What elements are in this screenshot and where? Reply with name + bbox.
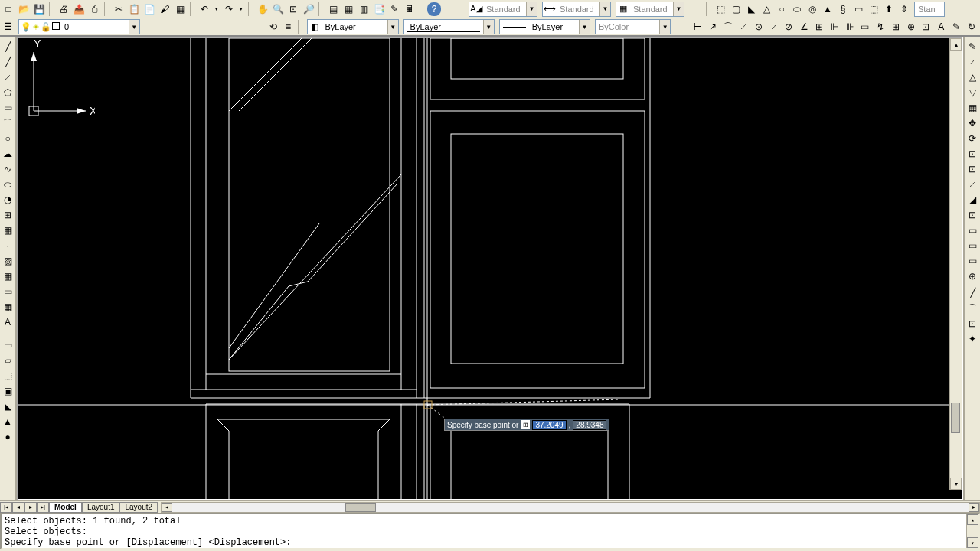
point-icon[interactable]: · [1,239,15,253]
help-icon[interactable]: ? [427,2,441,16]
array-icon[interactable]: ▦ [965,101,979,115]
join-icon[interactable]: ▭ [965,223,979,237]
rotate-icon[interactable]: ⟳ [965,132,979,145]
line-ref-icon[interactable]: ╱ [965,286,979,300]
dim-aligned-icon[interactable]: ↗ [706,20,720,34]
revcloud-icon[interactable]: ☁ [1,147,15,161]
planar-icon[interactable]: ⬚ [867,2,880,16]
cmd-scroll-up-icon[interactable]: ▴ [967,514,978,525]
chevron-down-icon[interactable]: ▼ [483,20,494,34]
print-icon[interactable]: 🖨 [57,2,70,16]
layer-props-icon[interactable]: ☰ [2,20,15,34]
insert-icon[interactable]: ⊞ [1,208,15,222]
chamfer-icon[interactable]: ▭ [965,239,979,253]
3dface-icon[interactable]: ▱ [1,354,15,367]
cylinder-icon[interactable]: ⬭ [790,2,804,16]
presspull-icon[interactable]: ⇕ [897,2,911,16]
textstyle-dropdown[interactable]: A◢ Standard ▼ [469,2,537,17]
dim-quick-icon[interactable]: ⊞ [812,20,826,34]
dim-angular-icon[interactable]: ∠ [797,20,811,34]
new-icon[interactable]: □ [2,2,15,16]
vertical-scrollbar[interactable]: ▴ ▾ [949,38,962,490]
layer-dropdown[interactable]: 💡 ☀ 🔓 0 ▼ [18,19,140,34]
dim-continue-icon[interactable]: ⊪ [843,20,857,34]
displacement-icon[interactable]: ⊞ [521,420,530,429]
stretch-icon[interactable]: ⊡ [965,162,979,176]
line-icon[interactable]: ╱ [1,40,15,54]
dim-ordinate-icon[interactable]: ⟋ [737,20,750,34]
trim-icon[interactable]: ⟋ [965,178,979,191]
box3d-icon[interactable]: ⬚ [1,369,15,383]
redo-dropdown-icon[interactable]: ▾ [237,2,245,16]
cone-icon[interactable]: △ [760,2,773,16]
redo-icon[interactable]: ↷ [222,2,236,16]
chevron-down-icon[interactable]: ▼ [659,20,670,34]
polysolid-icon[interactable]: ▭ [851,2,865,16]
offset-icon[interactable]: ▽ [965,86,979,99]
zoom-icon[interactable]: 🔍 [271,2,285,16]
lineweight-dropdown[interactable]: ByLayer ▼ [403,19,495,34]
designcenter-icon[interactable]: ▦ [341,2,355,16]
mirror-icon[interactable]: △ [965,70,979,84]
workspace-icon[interactable]: ⬚ [714,2,727,16]
cut-icon[interactable]: ✂ [112,2,126,16]
dynamic-y-input[interactable]: 28.9348 [573,420,606,430]
markup-icon[interactable]: ✎ [387,2,401,16]
zoom-prev-icon[interactable]: 🔎 [302,2,315,16]
break-icon[interactable]: ⊡ [965,208,979,222]
mesh-icon[interactable]: ▣ [1,384,15,398]
dim-arc-icon[interactable]: ⌒ [721,20,735,34]
chevron-down-icon[interactable]: ▼ [673,2,684,16]
copy-icon[interactable]: 📋 [127,2,141,16]
xline-icon[interactable]: ╱ [1,55,15,69]
dynamic-x-input[interactable]: 37.2049 [532,420,566,430]
box-icon[interactable]: ▢ [729,2,743,16]
dim-space-icon[interactable]: ▭ [858,20,872,34]
make-block-icon[interactable]: ▦ [1,223,15,237]
polyline-icon[interactable]: ⟋ [1,70,15,84]
extend-icon[interactable]: ◢ [965,193,979,207]
command-prompt[interactable]: Specify base point or [Displacement] <Di… [5,537,975,548]
dim-jogged-icon[interactable]: ⟋ [767,20,781,34]
circle-icon[interactable]: ○ [1,132,15,145]
helix-icon[interactable]: § [836,2,850,16]
sheetset-icon[interactable]: 📑 [372,2,386,16]
move-icon[interactable]: ✥ [965,116,979,130]
dim-break-icon[interactable]: ↯ [874,20,887,34]
publish-icon[interactable]: 📤 [72,2,86,16]
tab-last-icon[interactable]: ▸| [37,502,49,513]
chevron-down-icon[interactable]: ▼ [526,2,537,16]
dim-baseline-icon[interactable]: ⊩ [828,20,841,34]
chevron-down-icon[interactable]: ▼ [579,20,590,34]
tab-first-icon[interactable]: |◂ [0,502,12,513]
tab-model[interactable]: Model [49,502,82,513]
pyramid3d-icon[interactable]: ▲ [1,415,15,429]
cmd-scroll-down-icon[interactable]: ▾ [967,537,978,548]
gradient-icon[interactable]: ▦ [1,269,15,283]
undo-dropdown-icon[interactable]: ▾ [213,2,220,16]
dim-edit-icon[interactable]: A [934,20,948,34]
dim-diameter-icon[interactable]: ⊘ [782,20,795,34]
dim-update-icon[interactable]: ↻ [965,20,978,34]
horizontal-scrollbar[interactable]: ◂ ▸ [161,502,980,513]
pyramid-icon[interactable]: ▲ [821,2,835,16]
arc-icon[interactable]: ⌒ [1,116,15,130]
sphere3d-icon[interactable]: ● [1,430,15,444]
toolpalettes-icon[interactable]: ▥ [357,2,371,16]
open-icon[interactable]: 📂 [17,2,31,16]
ellipse-icon[interactable]: ⬭ [1,178,15,191]
extrude-icon[interactable]: ⬆ [882,2,896,16]
scroll-thumb[interactable] [951,403,960,433]
torus-icon[interactable]: ◎ [805,2,819,16]
tab-layout1[interactable]: Layout1 [82,502,120,513]
undo-icon[interactable]: ↶ [198,2,211,16]
region2-icon[interactable]: ▭ [1,338,15,352]
block-icon[interactable]: ▦ [173,2,187,16]
calc-icon[interactable]: 🖩 [403,2,416,16]
region-icon[interactable]: ▭ [1,285,15,298]
save-icon[interactable]: 💾 [32,2,46,16]
scroll-left-icon[interactable]: ◂ [162,503,172,512]
sparkle-icon[interactable]: ✦ [965,332,979,346]
tolerance-icon[interactable]: ⊞ [889,20,903,34]
table-icon[interactable]: ▦ [1,300,15,314]
